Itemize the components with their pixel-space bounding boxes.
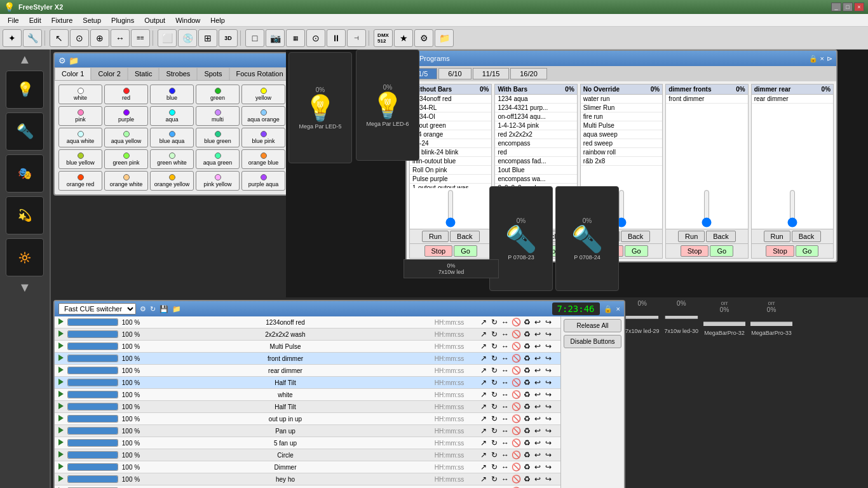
toolbar-btn-2[interactable]: 🔧 [23, 29, 42, 47]
fixture-thumb-2[interactable]: 🔦 [6, 112, 44, 151]
cue-icon-4-3[interactable]: 🚫 [511, 365, 521, 376]
cue-icon-4-0[interactable]: ↗ [478, 365, 489, 376]
toolbar-btn-14[interactable]: ⊙ [306, 29, 325, 47]
cue-icon-10-4[interactable]: ♻ [522, 438, 532, 448]
cue-icon-10-1[interactable]: ↻ [489, 438, 499, 448]
color-btn-red[interactable]: red [104, 85, 148, 104]
cue-icon-7-4[interactable]: ♻ [522, 402, 532, 412]
cue-icon-1-0[interactable]: ↗ [478, 329, 489, 339]
release-all-button[interactable]: Release All [564, 319, 621, 332]
disable-buttons-button[interactable]: Disable Buttons [564, 335, 621, 348]
cue-icon-12-2[interactable]: ↔ [500, 462, 510, 472]
cue-play-7[interactable] [55, 403, 67, 410]
color-btn-orange-white[interactable]: orange white [104, 171, 148, 191]
go-btn-0[interactable]: Go [454, 245, 477, 257]
cue-icon-1-6[interactable]: ↪ [543, 329, 553, 339]
cue-icon-2-3[interactable]: 🚫 [511, 341, 521, 351]
tab-color2[interactable]: Color 2 [91, 67, 127, 80]
tab-strobes[interactable]: Strobes [159, 67, 197, 80]
cue-icon-8-5[interactable]: ↩ [532, 414, 543, 424]
color-btn-pink[interactable]: pink [58, 106, 102, 126]
cue-icon-4-5[interactable]: ↩ [532, 365, 543, 376]
cue-icon-3-6[interactable]: ↪ [543, 353, 553, 363]
cue-icon-8-0[interactable]: ↗ [478, 414, 489, 424]
fixture-mega-par-5[interactable]: 0% 💡 Mega Par LED-5 [288, 52, 352, 163]
maximize-button[interactable]: □ [843, 3, 853, 11]
cue-row-5[interactable]: 100 %Half TiltHH:mm:ss↗↻↔🚫♻↩↪ [55, 377, 560, 389]
color-btn-aqua-white[interactable]: aqua white [58, 128, 102, 147]
cue-icon-4-2[interactable]: ↔ [500, 365, 510, 376]
cue-icon-9-1[interactable]: ↻ [489, 426, 499, 436]
toolbar-btn-settings[interactable]: ⚙ [414, 29, 433, 47]
cue-row-12[interactable]: 100 %DimmerHH:mm:ss↗↻↔🚫♻↩↪ [55, 461, 560, 473]
cue-icon-9-6[interactable]: ↪ [543, 426, 553, 436]
prog-item-2-3[interactable]: Multi Pulse [581, 121, 662, 130]
color-btn-green[interactable]: green [196, 85, 240, 104]
cue-folder-icon[interactable]: 📁 [172, 305, 181, 313]
prog-item-1-7[interactable]: encompass fad... [495, 157, 576, 166]
cue-icon-7-3[interactable]: 🚫 [511, 402, 521, 412]
cue-icon-8-2[interactable]: ↔ [500, 414, 510, 424]
toolbar-btn-12[interactable]: 📷 [266, 29, 285, 47]
prog-slider-4[interactable] [786, 189, 799, 227]
toolbar-btn-15[interactable]: ⊣ [347, 29, 366, 47]
back-btn-0[interactable]: Back [450, 231, 479, 242]
toolbar-btn-7[interactable]: ≡≡ [131, 29, 150, 47]
fixture-mega-par-6[interactable]: 0% 💡 Mega Par LED-6 [356, 50, 419, 161]
cue-icon-7-5[interactable]: ↩ [532, 402, 543, 412]
cue-icon-5-0[interactable]: ↗ [478, 377, 489, 388]
color-btn-blue-pink[interactable]: blue pink [241, 128, 285, 147]
cue-icon-9-5[interactable]: ↩ [532, 426, 543, 436]
prog-item-0-2[interactable]: 1234-OI [410, 112, 491, 121]
cue-icon-6-0[interactable]: ↗ [478, 390, 489, 400]
cue-icon-9-2[interactable]: ↔ [500, 426, 510, 436]
prog-item-1-9[interactable]: encompass wa... [495, 175, 576, 184]
cue-icon-2-2[interactable]: ↔ [500, 341, 510, 351]
cue-row-3[interactable]: 100 %front dimmerHH:mm:ss↗↻↔🚫♻↩↪ [55, 353, 560, 365]
stop-btn-4[interactable]: Stop [766, 245, 794, 257]
cue-icon-0-2[interactable]: ↔ [500, 317, 510, 327]
prog-slider-0[interactable] [444, 189, 457, 227]
prog-tab-11-15[interactable]: 11/15 [473, 68, 510, 79]
cue-icon-1-3[interactable]: 🚫 [511, 329, 521, 339]
cue-icon-10-2[interactable]: ↔ [500, 438, 510, 448]
cue-icon-0-6[interactable]: ↪ [543, 317, 553, 327]
cue-icon-8-6[interactable]: ↪ [543, 414, 553, 424]
color-btn-multi[interactable]: multi [196, 106, 240, 126]
bottom-fixture-30[interactable]: 0% ━━━ 7x10w led-30 [665, 300, 699, 336]
close-button[interactable]: × [854, 3, 864, 11]
cue-icon-10-6[interactable]: ↪ [543, 438, 553, 448]
cue-icon-0-0[interactable]: ↗ [478, 317, 489, 327]
bottom-fixture-29[interactable]: 0% ━━━ 7x10w led-29 [625, 300, 660, 336]
color-btn-green-white[interactable]: green white [150, 149, 194, 169]
toolbar-btn-dmx[interactable]: DMX512 [374, 29, 393, 47]
cue-icon-5-2[interactable]: ↔ [500, 377, 510, 388]
color-btn-orange-blue[interactable]: orange blue [241, 149, 285, 169]
prog-item-4-0[interactable]: rear dimmer [752, 95, 833, 104]
cue-icon-2-4[interactable]: ♻ [522, 341, 532, 351]
color-btn-white[interactable]: white [58, 85, 102, 104]
cue-play-9[interactable] [55, 427, 67, 435]
prog-item-1-3[interactable]: 1-4-12-34 pink [495, 121, 576, 130]
color-btn-pink-yellow[interactable]: pink yellow [196, 171, 240, 191]
prog-item-0-9[interactable]: Pulse purple [410, 175, 491, 184]
prog-item-2-4[interactable]: aqua sweep [581, 130, 662, 139]
cue-icon-8-1[interactable]: ↻ [489, 414, 499, 424]
back-btn-4[interactable]: Back [792, 231, 821, 242]
cue-icon-7-1[interactable]: ↻ [489, 402, 499, 412]
cue-icon-3-4[interactable]: ♻ [522, 353, 532, 363]
toolbar-btn-3[interactable]: ↖ [50, 29, 69, 47]
prog-item-0-1[interactable]: 1234-RL [410, 104, 491, 112]
cue-icon-1-4[interactable]: ♻ [522, 329, 532, 339]
prog-item-1-4[interactable]: red 2x2x2x2 [495, 130, 576, 139]
cue-icon-3-0[interactable]: ↗ [478, 353, 489, 363]
cue-icon-0-1[interactable]: ↻ [489, 317, 499, 327]
prog-item-2-2[interactable]: fire run [581, 112, 662, 121]
cue-icon-3-1[interactable]: ↻ [489, 353, 499, 363]
cue-icon-7-2[interactable]: ↔ [500, 402, 510, 412]
prog-item-1-5[interactable]: encompass [495, 139, 576, 148]
cue-row-9[interactable]: 100 %Pan upHH:mm:ss↗↻↔🚫♻↩↪ [55, 425, 560, 437]
run-btn-3[interactable]: Run [678, 231, 705, 242]
bottom-fixture-megabar-33[interactable]: orr 0% ▬▬▬ MegaBarPro-33 [750, 300, 792, 336]
tab-focus-rotation[interactable]: Focus Rotation [229, 67, 290, 80]
